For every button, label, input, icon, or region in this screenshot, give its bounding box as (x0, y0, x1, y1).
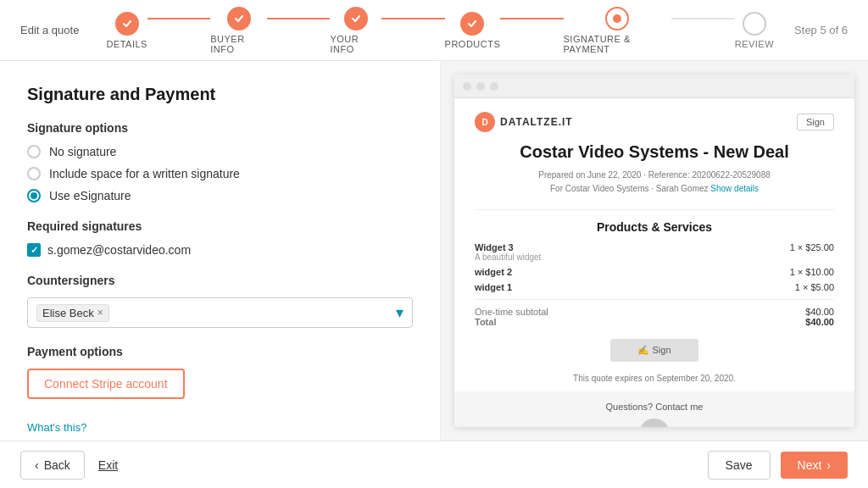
connector-4 (500, 18, 563, 19)
logo-icon: D (475, 112, 495, 132)
next-arrow-icon: › (826, 458, 831, 472)
product-desc-1: A beautiful widget (475, 252, 541, 262)
subtotal-row: One-time subtotal $40.00 (475, 307, 834, 317)
step-circle-sig-payment (605, 7, 629, 30)
countersigner-tag: Elise Beck × (36, 304, 109, 322)
product-name-1: Widget 3 (475, 242, 541, 252)
main-content: Signature and Payment Signature options … (0, 61, 868, 441)
step-review: REVIEW (735, 12, 774, 49)
countersigners-section: Countersigners Elise Beck × ▾ (27, 274, 413, 328)
products-title: Products & Services (475, 220, 834, 234)
product-row-2: widget 2 1 × $10.00 (475, 267, 834, 277)
back-arrow-icon: ‹ (35, 458, 39, 472)
titlebar-dot-1 (463, 82, 471, 91)
whats-this-link[interactable]: What's this? (27, 421, 86, 434)
step-products: PRODUCTS (445, 12, 501, 49)
product-info-3: widget 1 (475, 282, 512, 292)
left-panel: Signature and Payment Signature options … (0, 61, 441, 441)
step-label-review: REVIEW (735, 39, 774, 49)
step-label-sig-payment: SIGNATURE & PAYMENT (564, 34, 672, 54)
radio-written-signature[interactable]: Include space for a written signature (27, 167, 413, 180)
product-row-1: Widget 3 A beautiful widget 1 × $25.00 (475, 242, 834, 262)
step-sig-payment: SIGNATURE & PAYMENT (564, 7, 672, 54)
preview-logo: D DATALTZE.IT (475, 112, 573, 132)
radio-circle-esig (27, 189, 41, 202)
step-details: DETAILS (106, 12, 147, 49)
back-label: Back (44, 458, 70, 472)
edit-quote-label: Edit a quote (20, 24, 79, 36)
step-label-buyer-info: BUYER INFO (210, 34, 267, 54)
products-divider (475, 299, 834, 300)
step-circle-buyer-info (227, 7, 251, 30)
step-buyer-info: BUYER INFO (210, 7, 267, 54)
required-signatures-section: Required signatures ✓ s.gomez@costarvide… (27, 219, 413, 257)
stepper: DETAILS BUYER INFO YOUR INFO PRODUCTS (106, 7, 774, 54)
step-label-products: PRODUCTS (445, 39, 501, 49)
product-info-2: widget 2 (475, 267, 512, 277)
right-panel: D DATALTZE.IT Sign Costar Video Systems … (441, 61, 868, 441)
payment-options-section: Payment options Connect Stripe account (27, 345, 413, 399)
exit-button[interactable]: Exit (98, 458, 118, 472)
countersigners-select[interactable]: Elise Beck × ▾ (27, 297, 413, 328)
dropdown-arrow-icon: ▾ (396, 303, 403, 322)
products-section: Products & Services Widget 3 A beautiful… (475, 209, 834, 427)
required-sig-row: ✓ s.gomez@costarvideo.com (27, 243, 413, 257)
connect-stripe-button[interactable]: Connect Stripe account (27, 369, 185, 399)
total-value: $40.00 (805, 317, 834, 327)
countersigner-name: Elise Beck (42, 307, 94, 319)
titlebar-dot-2 (476, 82, 485, 91)
product-row-3: widget 1 1 × $5.00 (475, 282, 834, 292)
footer-right: Save Next › (708, 451, 848, 480)
connector-1 (147, 18, 210, 19)
product-price-2: 1 × $10.00 (790, 267, 834, 277)
subtotal-value: $40.00 (805, 307, 834, 317)
payment-options-title: Payment options (27, 345, 413, 358)
step-number: Step 5 of 6 (774, 24, 848, 36)
preview-meta: Prepared on June 22, 2020 · Reference: 2… (475, 169, 834, 196)
required-sig-title: Required signatures (27, 219, 413, 233)
remove-countersigner-icon[interactable]: × (97, 307, 103, 319)
preview-content: D DATALTZE.IT Sign Costar Video Systems … (454, 98, 854, 427)
save-button[interactable]: Save (708, 451, 771, 480)
required-sig-checkbox[interactable]: ✓ (27, 243, 41, 257)
preview-quote-title: Costar Video Systems - New Deal (475, 142, 834, 162)
step-circle-details (115, 12, 139, 36)
radio-circle-no-sig (27, 145, 41, 158)
radio-circle-written-sig (27, 167, 41, 180)
signature-options-title: Signature options (27, 121, 413, 135)
radio-no-signature[interactable]: No signature (27, 145, 413, 158)
radio-esignature[interactable]: Use eSignature (27, 189, 413, 202)
check-icon: ✓ (31, 245, 38, 256)
step-your-info: YOUR INFO (330, 7, 381, 54)
radio-label-esig: Use eSignature (49, 189, 131, 202)
step-circle-your-info (344, 7, 368, 30)
connector-3 (381, 18, 444, 19)
product-name-3: widget 1 (475, 282, 512, 292)
subtotal-label: One-time subtotal (475, 307, 548, 317)
back-button[interactable]: ‹ Back (20, 451, 85, 480)
preview-window: D DATALTZE.IT Sign Costar Video Systems … (454, 75, 854, 427)
sign-center-button[interactable]: ✍ Sign (610, 339, 698, 362)
next-label: Next (798, 458, 822, 472)
next-button[interactable]: Next › (781, 452, 848, 479)
product-price-3: 1 × $5.00 (795, 282, 834, 292)
product-info-1: Widget 3 A beautiful widget (475, 242, 541, 262)
preview-header: D DATALTZE.IT Sign (475, 112, 834, 132)
product-price-1: 1 × $25.00 (790, 242, 834, 262)
total-row: Total $40.00 (475, 317, 834, 327)
countersigners-title: Countersigners (27, 274, 413, 287)
radio-label-no-sig: No signature (49, 145, 116, 158)
step-circle-products (460, 12, 484, 36)
questions-section: Questions? Contact me (454, 391, 854, 427)
step-circle-review (743, 12, 766, 36)
preview-sign-button[interactable]: Sign (797, 114, 834, 130)
show-details-link[interactable]: Show details (710, 184, 759, 193)
preview-meta-line1: Prepared on June 22, 2020 · Reference: 2… (475, 169, 834, 182)
required-sig-email: s.gomez@costarvideo.com (47, 243, 191, 257)
step-label-details: DETAILS (106, 39, 147, 49)
total-label: Total (475, 317, 496, 327)
questions-text: Questions? Contact me (465, 402, 844, 412)
expires-text: This quote expires on September 20, 2020… (475, 374, 834, 383)
connector-5 (671, 18, 734, 19)
signature-options-group: No signature Include space for a written… (27, 145, 413, 202)
